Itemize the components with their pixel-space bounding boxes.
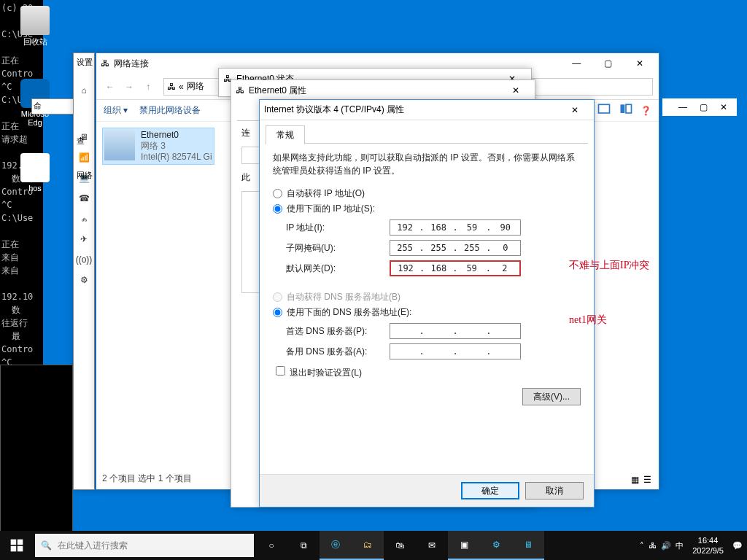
maximize-button[interactable]: ▢ xyxy=(594,55,623,72)
taskbar-control-panel[interactable]: 🖥 xyxy=(512,531,544,560)
close-button[interactable]: ✕ xyxy=(501,82,530,99)
checkbox-validate-on-exit[interactable]: 退出时验证设置(L) xyxy=(273,364,581,379)
tab-general[interactable]: 常规 xyxy=(266,125,305,144)
taskbar-explorer[interactable]: 🗂 xyxy=(352,531,384,560)
up-button[interactable]: ↑ xyxy=(140,79,156,95)
start-button[interactable] xyxy=(0,531,34,560)
tray-volume-icon[interactable]: 🔊 xyxy=(661,541,671,551)
label-dns2: 备用 DNS 服务器(A): xyxy=(273,346,390,358)
ok-button[interactable]: 确定 xyxy=(461,482,519,499)
host-label: hos xyxy=(13,184,57,192)
annotation-net1-gateway: net1网关 xyxy=(569,314,607,327)
address-text: 网络 xyxy=(187,80,204,93)
recycle-bin-icon xyxy=(20,6,50,35)
file-icon xyxy=(20,153,50,182)
label-ip: IP 地址(I): xyxy=(273,222,390,234)
annotation-ip-conflict: 不难与上面IP冲突 xyxy=(569,259,649,272)
svg-rect-6 xyxy=(18,546,23,552)
cmd2-titlebar: — ▢ ✕ xyxy=(662,98,737,116)
radio-manual-dns[interactable]: 使用下面的 DNS 服务器地址(E): xyxy=(273,306,581,319)
desktop-icon-recycle-bin[interactable]: 回收站 xyxy=(13,6,57,47)
tray-clock[interactable]: 16:44 2022/9/5 xyxy=(688,535,728,556)
view-icon[interactable] xyxy=(597,102,611,119)
radio-auto-ip[interactable]: 自动获得 IP 地址(O) xyxy=(273,187,581,200)
tray-network-icon[interactable]: 🖧 xyxy=(649,541,657,550)
svg-rect-4 xyxy=(18,540,23,545)
taskbar-store[interactable]: 🛍 xyxy=(384,531,416,560)
proxy-icon[interactable]: ⚙ xyxy=(76,272,92,288)
taskbar-mail[interactable]: ✉ xyxy=(416,531,448,560)
ipv4-title: Internet 协议版本 4 (TCP/IPv4) 属性 xyxy=(264,104,404,116)
svg-rect-3 xyxy=(11,540,17,545)
adapter-device: Intel(R) 82574L Gi xyxy=(141,152,212,163)
forward-button[interactable]: → xyxy=(121,79,137,95)
search-icon: 🔍 xyxy=(41,540,52,551)
taskbar-search[interactable]: 🔍 在此键入进行搜索 xyxy=(35,534,254,557)
label-dns1: 首选 DNS 服务器(P): xyxy=(273,325,390,338)
taskbar-cmd[interactable]: ▣ xyxy=(448,531,480,560)
taskbar-edge[interactable]: ⓔ xyxy=(320,531,352,560)
disable-device[interactable]: 禁用此网络设备 xyxy=(139,104,201,117)
adapter-icon xyxy=(104,130,135,160)
vpn-icon[interactable]: ஃ xyxy=(76,211,92,227)
organize-menu[interactable]: 组织 ▾ xyxy=(104,104,128,117)
ipv4-properties-dialog: Internet 协议版本 4 (TCP/IPv4) 属性 ✕ 常规 如果网络支… xyxy=(259,99,595,508)
cortana-icon[interactable]: ○ xyxy=(255,531,287,560)
dialup-icon[interactable]: ☎ xyxy=(76,190,92,206)
statusbar-text: 2 个项目 选中 1 个项目 xyxy=(102,472,192,485)
view-large-icon[interactable]: ▦ xyxy=(631,475,639,485)
taskbar: 🔍 在此键入进行搜索 ○ ⧉ ⓔ 🗂 🛍 ✉ ▣ ⚙ 🖥 ˄ 🖧 🔊 中 16:… xyxy=(0,531,747,560)
tray-ime[interactable]: 中 xyxy=(676,540,684,551)
close-button[interactable]: ✕ xyxy=(560,101,589,119)
maximize-button[interactable]: ▢ xyxy=(693,102,713,112)
input-default-gateway[interactable]: 192.168.59.2 xyxy=(390,260,521,276)
minimize-button[interactable]: — xyxy=(673,102,693,112)
adapter-ethernet0[interactable]: Ethernet0 网络 3 Intel(R) 82574L Gi xyxy=(102,128,214,165)
settings-window: 设置 查 网络 ⌂ 🖥 📶 💻 ☎ ஃ ✈ ((o)) ⚙ xyxy=(73,52,95,490)
cancel-button[interactable]: 取消 xyxy=(525,482,584,499)
input-subnet-mask[interactable]: 255.255.255.0 xyxy=(390,240,521,256)
help-icon[interactable]: ❓ xyxy=(640,106,651,116)
advanced-button[interactable]: 高级(V)... xyxy=(522,388,581,405)
search-placeholder: 在此键入进行搜索 xyxy=(58,540,128,552)
adapter-name: Ethernet0 xyxy=(141,130,212,141)
svg-rect-2 xyxy=(626,104,632,113)
task-view-icon[interactable]: ⧉ xyxy=(287,531,320,560)
label-gateway: 默认网关(D): xyxy=(273,262,390,275)
adapter-network: 网络 3 xyxy=(141,141,212,152)
view-details-icon[interactable]: ☰ xyxy=(643,475,651,485)
home-icon[interactable]: ⌂ xyxy=(76,82,92,98)
airplane-icon[interactable]: ✈ xyxy=(76,231,92,247)
close-button[interactable]: ✕ xyxy=(713,102,734,112)
adapter-icon: 🖧 xyxy=(236,85,244,96)
minimize-button[interactable]: — xyxy=(562,55,591,72)
netconn-title: 网络连接 xyxy=(114,58,149,70)
tray-notifications-icon[interactable]: 💬 xyxy=(732,541,743,551)
netconn-icon: 🖧 xyxy=(167,82,176,92)
input-dns-primary[interactable]: ... xyxy=(390,323,521,339)
netconn-icon: 🖧 xyxy=(101,58,109,69)
radio-manual-ip[interactable]: 使用下面的 IP 地址(S): xyxy=(273,203,581,215)
radio-auto-dns: 自动获得 DNS 服务器地址(B) xyxy=(273,291,581,303)
tray-chevron-up-icon[interactable]: ˄ xyxy=(640,541,644,551)
input-ip-address[interactable]: 192.168.59.90 xyxy=(390,219,521,236)
svg-rect-1 xyxy=(621,104,625,113)
recycle-bin-label: 回收站 xyxy=(13,36,57,47)
ethprop-title: Ethernet0 属性 xyxy=(249,85,306,97)
input-dns-secondary[interactable]: ... xyxy=(390,343,521,359)
close-button[interactable]: ✕ xyxy=(625,55,654,72)
back-button[interactable]: ← xyxy=(102,79,118,95)
taskbar-settings[interactable]: ⚙ xyxy=(480,531,512,560)
details-icon[interactable] xyxy=(619,102,633,119)
label-subnet-mask: 子网掩码(U): xyxy=(273,242,390,254)
desktop-icon-host[interactable]: hos xyxy=(13,153,57,192)
ipv4-description: 如果网络支持此功能，则可以获取自动指派的 IP 设置。否则，你需要从网络系统管理… xyxy=(273,151,581,177)
hotspot-icon[interactable]: ((o)) xyxy=(76,252,92,268)
wifi-icon[interactable]: 📶 xyxy=(76,149,92,166)
svg-rect-0 xyxy=(599,104,610,113)
svg-rect-5 xyxy=(11,546,17,552)
